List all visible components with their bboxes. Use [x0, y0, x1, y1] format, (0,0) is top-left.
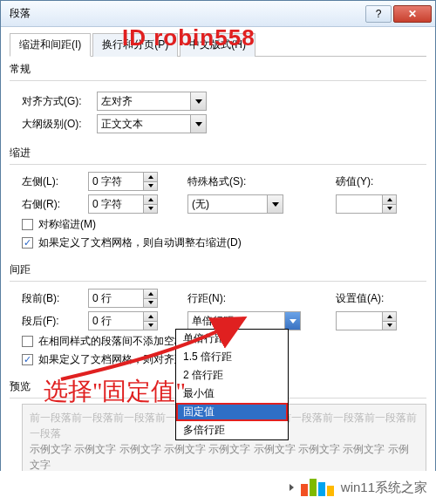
- chevron-up-icon: [148, 315, 153, 318]
- help-button[interactable]: ?: [365, 5, 392, 23]
- snap-to-grid-checkbox[interactable]: [22, 354, 33, 365]
- label-outline-level: 大纲级别(O):: [22, 117, 92, 132]
- auto-indent-label: 如果定义了文档网格，则自动调整右缩进(D): [38, 235, 242, 250]
- line-spacing-value: 单倍行距: [192, 314, 234, 329]
- space-after-value: 0 行: [92, 314, 112, 329]
- chevron-up-icon: [387, 198, 392, 201]
- dropdown-option-multiple[interactable]: 多倍行距: [176, 421, 288, 439]
- chevron-up-icon: [148, 292, 153, 296]
- label-line-spacing: 行距(N):: [187, 291, 226, 306]
- label-before: 段前(B):: [22, 291, 83, 306]
- left-indent-spinner[interactable]: 0 字符: [88, 172, 158, 191]
- line-spacing-dropdown: 单倍行距 1.5 倍行距 2 倍行距 最小值 固定值 多倍行距: [175, 329, 289, 440]
- chevron-down-icon: [148, 324, 153, 327]
- titlebar: 段落 ? ✕: [1, 1, 435, 27]
- dropdown-button[interactable]: [190, 92, 206, 110]
- tab-indent-spacing[interactable]: 缩进和间距(I): [10, 33, 91, 57]
- label-alignment: 对齐方式(G):: [22, 94, 92, 109]
- dialog-window: 段落 ? ✕ 缩进和间距(I) 换行和分页(P) 中文版式(H) 常规 对齐方式…: [0, 0, 436, 504]
- spin-up[interactable]: [382, 312, 396, 322]
- chevron-down-icon: [387, 324, 392, 327]
- spin-down[interactable]: [143, 299, 157, 308]
- spin-down[interactable]: [382, 205, 396, 214]
- divider: [10, 164, 426, 165]
- label-set-value: 设置值(A):: [336, 291, 384, 306]
- section-spacing: 间距: [10, 262, 426, 277]
- chevron-down-icon: [195, 122, 202, 126]
- chevron-down-icon: [290, 319, 296, 324]
- window-title: 段落: [4, 6, 364, 21]
- spin-up[interactable]: [143, 289, 157, 299]
- chevron-down-icon: [195, 99, 202, 104]
- spin-up[interactable]: [143, 312, 157, 322]
- outline-select[interactable]: 正文文本: [97, 114, 207, 133]
- close-button[interactable]: ✕: [393, 5, 432, 23]
- dropdown-option-exactly[interactable]: 固定值: [176, 403, 288, 421]
- chevron-down-icon: [272, 202, 279, 207]
- label-after: 段后(F):: [22, 314, 83, 329]
- annotation-text: 选择"固定值": [44, 375, 186, 408]
- mirror-indent-checkbox[interactable]: [22, 219, 33, 230]
- no-space-same-style-checkbox[interactable]: [22, 336, 33, 347]
- outline-value: 正文文本: [101, 117, 143, 132]
- spin-up[interactable]: [143, 173, 157, 182]
- dropdown-button[interactable]: [284, 312, 300, 330]
- label-right: 右侧(R):: [22, 197, 83, 212]
- alignment-value: 左对齐: [101, 94, 133, 109]
- spin-down[interactable]: [382, 322, 396, 330]
- divider: [10, 80, 426, 81]
- footer-logo-icon: [301, 479, 334, 496]
- label-left: 左侧(L):: [22, 174, 83, 189]
- watermark-text: ID robin558: [122, 24, 255, 51]
- chevron-up-icon: [148, 198, 153, 201]
- dropdown-option-atleast[interactable]: 最小值: [176, 385, 288, 403]
- chevron-down-icon: [387, 207, 392, 210]
- page-footer: win11系统之家: [0, 471, 436, 504]
- auto-indent-checkbox[interactable]: [22, 237, 33, 249]
- label-by-value: 磅值(Y):: [336, 174, 373, 189]
- spin-up[interactable]: [382, 195, 396, 205]
- dropdown-option-1-5[interactable]: 1.5 倍行距: [176, 348, 288, 366]
- close-icon: ✕: [408, 8, 417, 20]
- chevron-up-icon: [148, 175, 153, 179]
- mirror-indent-label: 对称缩进(M): [38, 217, 96, 232]
- left-indent-value: 0 字符: [92, 174, 122, 189]
- dropdown-option-double[interactable]: 2 倍行距: [176, 366, 288, 385]
- chevron-down-icon: [148, 301, 153, 304]
- spin-down[interactable]: [143, 182, 157, 191]
- dropdown-button[interactable]: [267, 195, 283, 213]
- chevron-up-icon: [387, 315, 392, 318]
- space-before-spinner[interactable]: 0 行: [88, 289, 158, 308]
- footer-text: win11系统之家: [341, 480, 427, 496]
- client-area: 缩进和间距(I) 换行和分页(P) 中文版式(H) 常规 对齐方式(G): 左对…: [1, 27, 435, 504]
- section-general: 常规: [10, 62, 426, 77]
- dropdown-button[interactable]: [190, 115, 206, 133]
- spin-down[interactable]: [143, 322, 157, 330]
- divider: [10, 281, 426, 282]
- right-indent-value: 0 字符: [92, 197, 122, 212]
- alignment-select[interactable]: 左对齐: [97, 92, 207, 111]
- space-after-spinner[interactable]: 0 行: [88, 311, 158, 330]
- set-value-spinner[interactable]: [336, 311, 397, 330]
- right-indent-spinner[interactable]: 0 字符: [88, 194, 158, 214]
- line-spacing-select[interactable]: 单倍行距: [187, 311, 301, 330]
- section-indent: 缩进: [10, 146, 426, 160]
- spin-down[interactable]: [143, 205, 157, 214]
- by-value-spinner[interactable]: [336, 194, 397, 214]
- chevron-down-icon: [148, 184, 153, 187]
- chevron-down-icon: [148, 207, 153, 210]
- dropdown-option-single[interactable]: 单倍行距: [176, 330, 288, 348]
- spin-up[interactable]: [143, 195, 157, 205]
- play-icon: [290, 484, 294, 491]
- preview-line: 示例文字 示例文字 示例文字 示例文字 示例文字 示例文字 示例文字 示例文字 …: [30, 441, 419, 473]
- space-before-value: 0 行: [92, 291, 112, 306]
- label-special: 特殊格式(S):: [187, 174, 246, 189]
- special-format-select[interactable]: (无): [187, 194, 283, 214]
- special-format-value: (无): [192, 197, 209, 212]
